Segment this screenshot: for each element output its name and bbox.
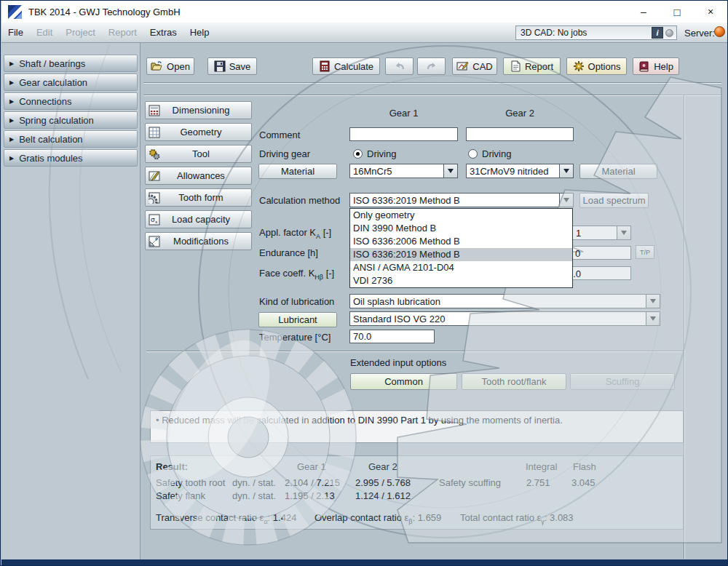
expand-arrow-icon: ▶ (9, 79, 14, 86)
safety-scuffing-integral-value: 2.751 (526, 477, 550, 488)
help-button[interactable]: Help (633, 57, 679, 75)
allowances-button[interactable]: Allowances (145, 167, 252, 185)
material-gear2-button[interactable]: Material (579, 164, 657, 179)
sidebar-item-gratis-modules[interactable]: ▶Gratis modules (4, 149, 138, 167)
sidebar-item-connections[interactable]: ▶Connections (4, 92, 138, 110)
material-gear1-button[interactable]: Material (258, 164, 337, 179)
menu-bar: File Edit Project Report Extras Help 3D … (1, 23, 727, 43)
minimize-button[interactable]: – (627, 1, 660, 23)
application-factor-value: 1 (576, 228, 581, 239)
safety-flank-gear1-value: 1.195 / 2.13 (285, 490, 335, 501)
tooth-form-button[interactable]: Tooth form (145, 188, 252, 207)
dropdown-arrow-icon[interactable] (559, 164, 573, 178)
dimensioning-icon (148, 104, 161, 117)
save-floppy-icon (214, 60, 226, 72)
lubrication-kind-label: Kind of lubrication (259, 296, 334, 307)
separator (684, 95, 685, 559)
dropdown-arrow-icon[interactable] (646, 295, 660, 308)
options-gear-icon (573, 60, 585, 72)
sidebar-item-gear-calculation[interactable]: ▶Gear calculation (4, 73, 138, 91)
tooth-form-icon (148, 191, 161, 204)
safety-flank-label: Safety flank (156, 490, 205, 501)
common-button[interactable]: Common (350, 373, 457, 390)
sidebar-item-spring-calculation[interactable]: ▶Spring calculation (4, 111, 138, 129)
dropdown-arrow-icon[interactable] (617, 226, 630, 239)
driving-gear1-radio[interactable] (353, 149, 363, 159)
tooth-root-flank-button[interactable]: Tooth root/flank (462, 373, 566, 390)
dropdown-option[interactable]: VDI 2736 (350, 274, 572, 287)
dropdown-arrow-icon[interactable] (646, 312, 660, 325)
dropdown-arrow-icon[interactable] (559, 194, 573, 207)
calculation-method-dropdown: Only geometry DIN 3990 Method B ISO 6336… (349, 208, 573, 288)
calculate-button[interactable]: Calculate (312, 57, 380, 75)
maximize-button[interactable]: □ (660, 1, 694, 23)
save-button[interactable]: Save (207, 57, 257, 75)
comment-gear2-input[interactable] (466, 127, 574, 141)
close-button[interactable]: × (694, 1, 727, 23)
tool-gears-icon (148, 148, 161, 161)
options-button[interactable]: Options (566, 57, 627, 75)
modifications-button[interactable]: Modifications (145, 232, 252, 250)
sidebar-item-shaft-bearings[interactable]: ▶Shaft / bearings (4, 55, 138, 72)
menu-project: Project (59, 27, 101, 38)
server-status-icon (714, 26, 725, 37)
calculator-icon (319, 60, 331, 72)
sidebar-item-belt-calculation[interactable]: ▶Belt calculation (4, 130, 138, 148)
tool-button[interactable]: Tool (145, 145, 252, 163)
temperature-input[interactable]: 70.0 (349, 330, 435, 343)
safety-tooth-root-mode: dyn. / stat. (232, 477, 276, 488)
open-folder-icon (151, 60, 163, 72)
torque-power-toggle-button[interactable]: T/P (636, 245, 654, 259)
cad-button[interactable]: CAD (452, 57, 497, 75)
safety-scuffing-flash-value: 3.045 (571, 477, 596, 488)
lubricant-button[interactable]: Lubricant (258, 312, 337, 327)
material-gear2-combo[interactable]: 31CrMoV9 nitrided (466, 164, 574, 178)
gear2-header: Gear 2 (466, 108, 574, 119)
geometry-button[interactable]: Geometry (145, 123, 252, 141)
calculation-method-combo[interactable]: ISO 6336:2019 Method B (349, 193, 574, 207)
hint-box: • Reduced mass will be calculated in add… (150, 410, 684, 443)
dimensioning-button[interactable]: Dimensioning (145, 101, 252, 119)
undo-icon (394, 61, 405, 71)
dropdown-option[interactable]: Only geometry (350, 209, 572, 222)
dropdown-option-selected[interactable]: ISO 6336:2019 Method B (350, 248, 572, 261)
report-document-icon (510, 60, 521, 72)
menu-edit: Edit (30, 27, 59, 38)
scuffing-button: Scuffing (570, 373, 675, 390)
dropdown-arrow-icon[interactable] (443, 164, 457, 178)
report-button[interactable]: Report (503, 57, 561, 75)
load-spectrum-button[interactable]: Load spectrum (579, 193, 649, 208)
load-capacity-button[interactable]: σx Load capacity (145, 210, 252, 228)
safety-flank-gear2-value: 1.124 / 1.612 (355, 490, 411, 501)
help-book-icon (638, 61, 650, 72)
temperature-label: Temperature [°C] (259, 332, 331, 343)
expand-arrow-icon: ▶ (9, 117, 14, 124)
comment-label: Comment (259, 129, 300, 140)
menu-file[interactable]: File (1, 27, 30, 38)
driving-gear2-radio[interactable] (468, 149, 478, 159)
undo-button (385, 57, 414, 75)
geometry-grid-icon (148, 126, 161, 139)
safety-scuffing-label: Safety scuffing (439, 477, 501, 488)
window-title: TBK 2014 - GWJ Technology GmbH (28, 7, 181, 17)
lubricant-combo[interactable]: Standard ISO VG 220 (349, 311, 660, 326)
allowances-icon (148, 170, 161, 183)
dropdown-option[interactable]: ISO 6336:2006 Method B (350, 235, 572, 248)
modifications-icon (148, 235, 161, 248)
safety-tooth-root-label: Safety tooth root (156, 477, 225, 488)
server-label: Server: (684, 28, 715, 39)
comment-gear1-input[interactable] (349, 127, 458, 141)
application-factor-label: Appl. factor KA [-] (259, 227, 331, 240)
lubrication-kind-combo[interactable]: Oil splash lubrication (349, 294, 660, 308)
load-capacity-sigma-icon: σx (148, 213, 161, 226)
open-button[interactable]: Open (146, 57, 194, 75)
material-gear1-combo[interactable]: 16MnCr5 (349, 164, 458, 178)
hint-text: • Reduced mass will be calculated in add… (156, 415, 563, 426)
info-icon[interactable]: i (652, 27, 663, 39)
dropdown-option[interactable]: DIN 3990 Method B (350, 222, 572, 235)
menu-help[interactable]: Help (183, 27, 216, 38)
result-col-flash: Flash (573, 461, 596, 472)
menu-extras[interactable]: Extras (143, 27, 183, 38)
total-contact-ratio: Total contact ratio εγ: 3.083 (460, 512, 574, 525)
dropdown-option[interactable]: ANSI / AGMA 2101-D04 (350, 261, 572, 274)
